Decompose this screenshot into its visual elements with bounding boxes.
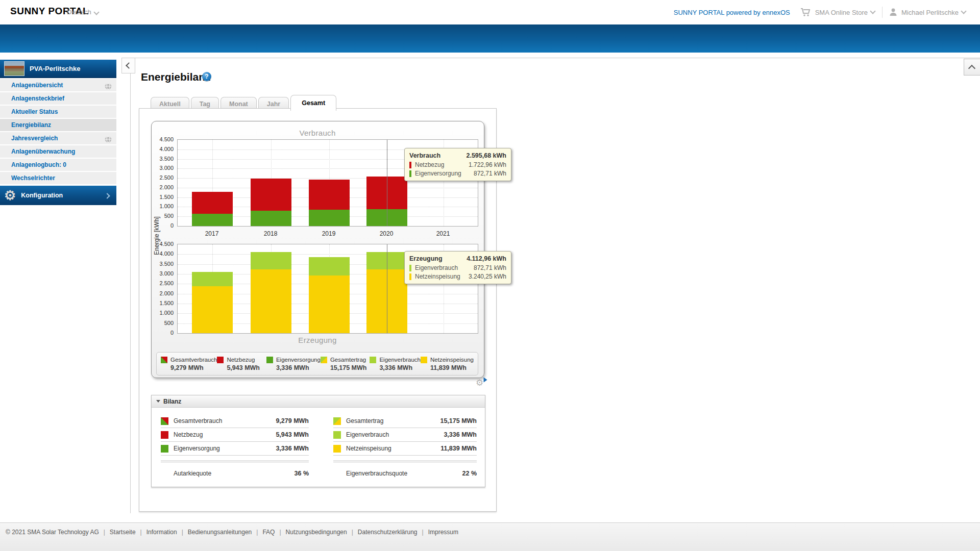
bilanz-row-value: 9,279 MWh [276,417,309,424]
crosshair-line [387,244,387,333]
legend-item-value: 9,279 MWh [170,364,217,371]
legend-color-icon [321,357,327,363]
bar-verbrauch-2019-eigenversorgung [309,210,350,226]
y-axis-tick-label: 3.000 [152,165,174,171]
bar-erzeugung-2018-eigenverbrauch [251,252,291,269]
y-axis-tick-label: 4.500 [152,136,174,142]
bilanz-title: Bilanz [163,398,181,405]
sidebar-item-anlagen-bersicht[interactable]: Anlagenübersicht [0,79,116,91]
legend-item-eigenversorgung[interactable]: Eigenversorgung3,336 MWh [266,357,321,371]
y-axis-tick-label: 500 [152,320,174,326]
page-title: Energiebilanz [141,71,211,83]
powered-by-link[interactable]: SUNNY PORTAL powered by ennexOS [674,9,790,16]
y-axis-tick-label: 2.500 [152,174,174,181]
footer-link-startseite[interactable]: Startseite [110,529,136,536]
footer-separator: | [352,529,353,536]
tooltip-row-value: 872,71 kWh [474,170,506,177]
footer-link-faq[interactable]: FAQ [262,529,275,536]
footer-link-nutzungsbedingungen[interactable]: Nutzungsbedingungen [286,529,347,536]
tooltip-row: Netzeinspeisung3.240,25 kWh [409,273,506,280]
chevron-down-icon [870,8,875,14]
sidebar-item-konfiguration[interactable]: ⚙ Konfiguration [0,186,116,205]
x-axis-label-2020: 2020 [371,230,402,237]
sidebar-item-energiebilanz[interactable]: Energiebilanz [0,119,116,131]
legend-item-top: Netzbezug [217,357,266,363]
plant-header[interactable]: PVA-Perlitschke [0,60,116,78]
tooltip-total-value: 4.112,96 kWh [467,255,506,262]
sidebar-item-label: Anlagensteckbrief [11,95,64,102]
legend-item-name: Eigenversorgung [276,357,321,363]
sidebar-item-label: Wechselrichter [11,174,55,182]
bilanz-row-value: 3,336 MWh [276,445,309,452]
language-dropdown[interactable]: Deutsch [67,8,99,16]
bilanz-row-name: Eigenverbrauch [346,431,389,438]
legend-item-top: Eigenverbrauch [370,357,421,363]
bilanz-row-name: Netzbezug [174,431,203,438]
legend-color-icon [421,357,427,363]
tooltip-verbrauch: Verbrauch2.595,68 kWhNetzbezug1.722,96 k… [404,148,511,181]
legend-item-value: 3,336 MWh [379,364,421,371]
legend-item-netzbezug[interactable]: Netzbezug5,943 MWh [217,357,266,371]
sidebar-item-wechselrichter[interactable]: Wechselrichter [0,172,116,184]
tab-gesamt[interactable]: Gesamt [290,95,336,111]
crosshair-line [387,140,387,226]
footer-separator: | [182,529,183,536]
top-header: SUNNY PORTAL Deutsch SUNNY PORTAL powere… [0,0,980,24]
footer-separator: | [279,529,281,536]
y-axis-tick-label: 3.500 [152,261,174,267]
sidebar-item-anlagensteckbrief[interactable]: Anlagensteckbrief [0,92,116,105]
bilanz-row-value: 3,336 MWh [444,431,477,438]
legend-item-value: 15,175 MWh [330,364,370,371]
legend-item-gesamtertrag[interactable]: Gesamtertrag15,175 MWh [321,357,370,371]
chart-legend: Gesamtverbrauch9,279 MWhNetzbezug5,943 M… [156,352,478,375]
triangle-down-icon [156,400,160,403]
scroll-top-button[interactable] [964,59,980,76]
legend-item-name: Netzeinspeisung [430,357,474,363]
chevron-down-icon [961,8,966,14]
sidebar-item-aktueller-status[interactable]: Aktueller Status [0,106,116,118]
user-menu[interactable]: Michael Perlitschke [889,8,966,17]
y-axis-tick-label: 1.500 [152,300,174,306]
y-axis-tick-label: 0 [152,330,174,336]
online-store-link[interactable]: SMA Online Store [800,8,875,17]
legend-item-netzeinspeisung[interactable]: Netzeinspeisung11,839 MWh [421,357,474,371]
legend-item-gesamtverbrauch[interactable]: Gesamtverbrauch9,279 MWh [161,357,217,371]
bar-verbrauch-2018-netzbezug [251,179,291,211]
footer-link-impressum[interactable]: Impressum [428,529,458,536]
tooltip-title-row: Verbrauch2.595,68 kWh [409,152,506,159]
chart-title-verbrauch: Verbrauch [241,129,394,137]
sidebar-item-label: Aktueller Status [11,108,58,115]
bilanz-header[interactable]: Bilanz [152,395,485,408]
legend-item-eigenverbrauch[interactable]: Eigenverbrauch3,336 MWh [370,357,421,371]
footer-separator: | [104,529,105,536]
bilanz-row-value: 15,175 MWh [440,417,477,424]
chevron-left-icon [126,62,132,69]
help-icon[interactable]: ? [202,72,211,81]
chart-title-erzeugung: Erzeugung [241,336,394,344]
sidebar-collapse-button[interactable] [121,58,135,73]
legend-color-icon [161,357,167,363]
cart-icon [800,8,812,17]
bilanz-row-value: 5,943 MWh [276,431,309,438]
chevron-down-icon [93,9,99,15]
tooltip-row: Eigenverbrauch872,71 kWh [409,264,506,271]
series-color-mark [409,170,411,177]
sidebar-item-anlagenlogbuch-0[interactable]: Anlagenlogbuch: 0 [0,159,116,171]
footer-link-datenschutzerklärung[interactable]: Datenschutzerklärung [358,529,418,536]
series-color-mark [409,265,411,271]
bilanz-row-gesamtverbrauch: Gesamtverbrauch9,279 MWh [161,414,309,428]
bilanz-panel: Bilanz Gesamtverbrauch9,279 MWhNetzbezug… [151,395,485,487]
footer-link-information[interactable]: Information [146,529,177,536]
tooltip-erzeugung: Erzeugung4.112,96 kWhEigenverbrauch872,7… [404,251,511,284]
x-axis-label-2019: 2019 [313,230,344,237]
x-axis-label-2021: 2021 [428,230,458,237]
bilanz-right-column: Gesamtertrag15,175 MWhEigenverbrauch3,33… [333,414,477,481]
footer-link-bedienungsanleitungen[interactable]: Bedienungsanleitungen [188,529,252,536]
plant-photo-thumbnail [4,61,24,76]
sidebar-item-jahresvergleich[interactable]: Jahresvergleich [0,132,116,144]
bar-verbrauch-2018-eigenversorgung [251,211,291,226]
chart-settings-button[interactable]: ⚙ [476,379,488,389]
sidebar-item-anlagen-berwachung[interactable]: Anlagenüberwachung [0,145,116,158]
y-axis-tick-label: 3.000 [152,270,174,277]
bilanz-row-name: Gesamtverbrauch [174,417,222,424]
